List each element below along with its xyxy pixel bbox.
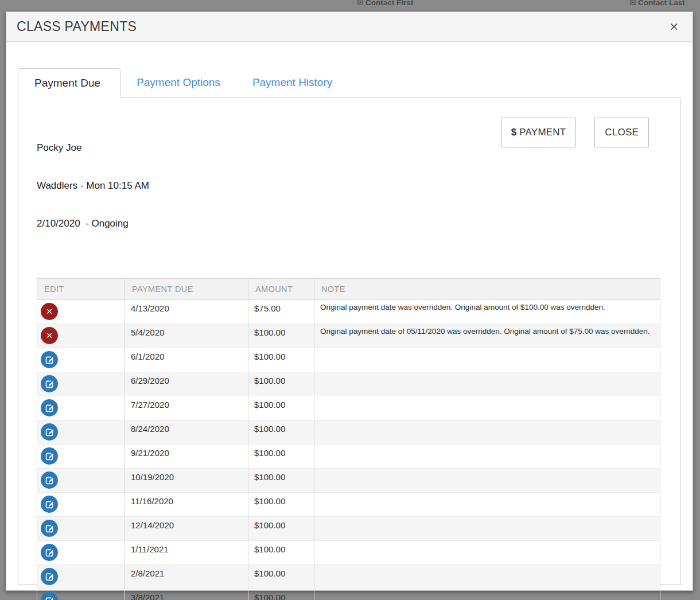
- edit-pencil-square-icon[interactable]: [41, 496, 58, 513]
- close-button[interactable]: CLOSE: [594, 118, 649, 147]
- edit-cell: ✕: [37, 324, 125, 348]
- payment-note: [314, 372, 660, 396]
- delete-circle-icon[interactable]: ✕: [41, 303, 58, 320]
- edit-pencil-square-icon[interactable]: [41, 423, 58, 441]
- payment-button-label: PAYMENT: [519, 127, 566, 138]
- payment-row: 6/1/2020 $100.00: [37, 348, 660, 372]
- payment-due-date: 6/1/2020: [125, 348, 248, 372]
- payment-due-date: 9/21/2020: [125, 445, 248, 469]
- payment-row: 3/8/2021 $100.00: [37, 589, 660, 600]
- modal-header: CLASS PAYMENTS ✕: [6, 12, 693, 42]
- payment-row: 1/11/2021 $100.00: [37, 541, 660, 565]
- edit-pencil-square-icon[interactable]: [41, 568, 58, 585]
- column-header-edit: EDIT: [37, 279, 125, 300]
- payment-due-date: 12/14/2020: [125, 517, 248, 541]
- tab-payment-options[interactable]: Payment Options: [120, 68, 236, 98]
- tab-payment-history[interactable]: Payment History: [236, 68, 348, 98]
- payment-table-body: ✕ 4/13/2020 $75.00 Original payment date…: [37, 300, 660, 600]
- tab-payment-due[interactable]: Payment Due: [18, 68, 120, 98]
- payment-row: 10/19/2020 $100.00: [37, 469, 660, 493]
- edit-pencil-square-icon[interactable]: [41, 447, 58, 465]
- payment-note: [314, 396, 660, 420]
- edit-pencil-square-icon[interactable]: [41, 351, 58, 368]
- payment-due-table: EDIT PAYMENT DUE AMOUNT NOTE ✕ 4/13/2020…: [37, 278, 660, 600]
- edit-cell: [37, 420, 125, 445]
- payment-note: [314, 517, 660, 541]
- table-header-row: EDIT PAYMENT DUE AMOUNT NOTE: [37, 279, 660, 300]
- payment-note: [314, 420, 660, 445]
- payment-note: [314, 589, 660, 600]
- payment-amount: $100.00: [248, 396, 314, 420]
- payment-row: 12/14/2020 $100.00: [37, 517, 660, 541]
- payment-row: 11/16/2020 $100.00: [37, 493, 660, 517]
- payment-note: Original payment date was overridden. Or…: [314, 300, 660, 324]
- modal-title: CLASS PAYMENTS: [17, 19, 137, 34]
- payment-amount: $100.00: [248, 541, 314, 565]
- edit-pencil-square-icon[interactable]: [41, 520, 58, 537]
- payment-note: [314, 493, 660, 517]
- payment-note: [314, 469, 660, 493]
- payment-amount: $100.00: [248, 324, 314, 348]
- payment-amount: $100.00: [248, 445, 314, 469]
- payment-due-panel: Pocky Joe Waddlers - Mon 10:15 AM 2/10/2…: [18, 98, 681, 585]
- edit-cell: [37, 469, 125, 493]
- payment-amount: $100.00: [248, 493, 314, 517]
- column-header-payment-due: PAYMENT DUE: [125, 279, 248, 300]
- payment-amount: $100.00: [248, 517, 314, 541]
- class-schedule: Waddlers - Mon 10:15 AM: [37, 180, 149, 192]
- edit-cell: [37, 396, 125, 420]
- payment-row: 7/27/2020 $100.00: [37, 396, 660, 420]
- edit-cell: [37, 445, 125, 469]
- payment-due-date: 1/11/2021: [125, 541, 248, 565]
- payment-row: 6/29/2020 $100.00: [37, 372, 660, 396]
- student-name: Pocky Joe: [37, 142, 149, 154]
- class-payments-modal: CLASS PAYMENTS ✕ Payment Due Payment Opt…: [6, 11, 693, 591]
- payment-due-date: 8/24/2020: [125, 420, 248, 445]
- edit-pencil-square-icon[interactable]: [41, 472, 58, 489]
- payment-row: 9/21/2020 $100.00: [37, 445, 660, 469]
- payment-amount: $100.00: [248, 372, 314, 396]
- payment-note: Original payment date of 05/11/2020 was …: [314, 324, 660, 348]
- delete-circle-icon[interactable]: ✕: [41, 327, 58, 344]
- payment-note: [314, 348, 660, 372]
- edit-pencil-square-icon[interactable]: [41, 592, 58, 600]
- close-x-icon[interactable]: ✕: [669, 21, 679, 33]
- payment-due-date: 4/13/2020: [125, 300, 248, 324]
- column-header-note: NOTE: [314, 279, 660, 300]
- edit-pencil-square-icon[interactable]: [41, 375, 58, 392]
- payment-due-date: 10/19/2020: [125, 469, 248, 493]
- edit-pencil-square-icon[interactable]: [41, 399, 58, 416]
- edit-cell: [37, 493, 125, 517]
- column-header-amount: AMOUNT: [248, 279, 314, 300]
- class-info-block: Pocky Joe Waddlers - Mon 10:15 AM 2/10/2…: [37, 116, 149, 255]
- edit-cell: [37, 372, 125, 396]
- payment-note: [314, 565, 660, 589]
- action-buttons: $ PAYMENT CLOSE: [501, 118, 649, 147]
- edit-cell: [37, 541, 125, 565]
- edit-cell: [37, 565, 125, 589]
- payment-amount: $100.00: [248, 348, 314, 372]
- payment-amount: $100.00: [248, 420, 314, 445]
- payment-row: 8/24/2020 $100.00: [37, 420, 660, 445]
- payment-amount: $75.00: [248, 300, 314, 324]
- edit-cell: [37, 589, 125, 600]
- payment-note: [314, 445, 660, 469]
- edit-pencil-square-icon[interactable]: [41, 544, 58, 561]
- tab-bar: Payment Due Payment Options Payment Hist…: [18, 68, 681, 98]
- background-page-strip: ✉ Contact First ✉ Contact Last: [0, 0, 700, 11]
- payment-due-date: 11/16/2020: [125, 493, 248, 517]
- edit-cell: [37, 348, 125, 372]
- modal-body: Payment Due Payment Options Payment Hist…: [6, 42, 693, 590]
- panel-top: Pocky Joe Waddlers - Mon 10:15 AM 2/10/2…: [37, 116, 660, 255]
- x-glyph: ✕: [46, 332, 53, 340]
- dollar-sign-icon: $: [511, 127, 517, 138]
- edit-cell: [37, 517, 125, 541]
- payment-note: [314, 541, 660, 565]
- payment-row: 2/8/2021 $100.00: [37, 565, 660, 589]
- payment-amount: $100.00: [248, 589, 314, 600]
- background-contact-first-label: ✉ Contact First: [357, 0, 413, 7]
- payment-button[interactable]: $ PAYMENT: [501, 118, 577, 147]
- background-contact-last-label: ✉ Contact Last: [629, 0, 685, 7]
- payment-due-date: 7/27/2020: [125, 396, 248, 420]
- class-date-range: 2/10/2020 - Ongoing: [37, 217, 149, 230]
